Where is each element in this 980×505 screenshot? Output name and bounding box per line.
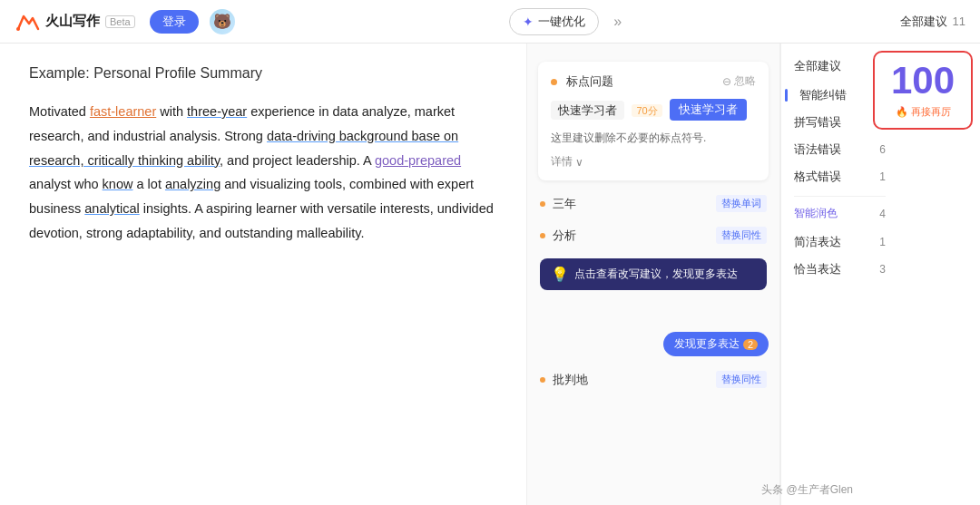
find-more-button[interactable]: 发现更多表达 2 [663,332,769,356]
bulb-icon: 💡 [551,266,569,283]
watermark: 头条 @生产者Glen [761,482,853,498]
row-label-2: 分析 [553,228,709,244]
grammar-count: 6 [879,143,886,156]
login-button[interactable]: 登录 [150,10,199,34]
right-item-grammar[interactable]: 语法错误 6 [781,136,898,163]
concise-label: 简洁表达 [794,234,879,250]
right-item-concise[interactable]: 简洁表达 1 [781,228,898,256]
score-number: 100 [884,60,962,102]
more-options-button[interactable]: » [610,14,625,30]
tooltip-bar: 💡 点击查看改写建议，发现更多表达 [540,258,767,290]
suggested-word[interactable]: 快速学习者 [670,99,747,121]
score-subtitle: 🔥 再接再厉 [884,105,962,119]
svg-point-0 [16,27,20,31]
format-count: 1 [879,170,886,183]
ignore-button[interactable]: ⊖ 忽略 [722,73,756,89]
appropriate-label: 恰当表达 [794,261,879,277]
score-card: 100 🔥 再接再厉 [873,51,973,130]
row-label-4: 批判地 [553,372,709,388]
row-dot-4 [540,377,545,383]
appropriate-count: 3 [879,263,886,276]
star-icon: ✦ [523,15,534,29]
top-nav: 火山写作 Beta 登录 🐻 ✦ 一键优化 » 全部建议 11 [0,0,980,44]
main-layout: Example: Personal Profile Summary Motiva… [0,44,980,505]
suggestion-row-4[interactable]: 批判地 替换同性 [527,364,779,395]
active-indicator [785,89,788,102]
divider [794,196,886,197]
doc-content: Motivated fast-learner with three-year e… [29,100,497,246]
card-header: 标点问题 ⊖ 忽略 [551,73,756,90]
logo-area: 火山写作 Beta [15,11,135,33]
row-label: 三年 [553,196,709,212]
format-label: 格式错误 [794,169,879,185]
suggestion-row-2[interactable]: 分析 替换同性 [527,219,779,251]
row-tag-4[interactable]: 替换同性 [716,371,767,388]
editor-area: Example: Personal Profile Summary Motiva… [0,44,526,505]
highlight-analytical: analytical [84,201,139,216]
beta-badge: Beta [105,15,135,28]
highlight-good-prepared: good-prepared [375,153,461,168]
tooltip-text: 点击查看改写建议，发现更多表达 [574,267,738,282]
nav-right: 全部建议 11 [900,14,965,30]
highlight-analyzing: analyzing [165,177,220,191]
right-item-format[interactable]: 格式错误 1 [781,163,898,190]
fire-icon: 🔥 [896,106,908,118]
row-dot [540,201,545,207]
polish-count: 4 [879,208,886,220]
highlight-three-year: three-year [187,104,247,119]
row-tag-1[interactable]: 替换单词 [716,195,767,212]
suggestion-card-1: 标点问题 ⊖ 忽略 快速学习者 70分 快速学习者 这里建议删除不必要的标点符号… [538,62,769,180]
highlight-know: know [103,177,133,191]
type-dot [551,79,557,85]
card-type: 标点问题 [551,73,613,90]
avatar: 🐻 [210,9,235,34]
suggestion-row-1[interactable]: 三年 替换单词 [527,188,779,219]
row-dot-2 [540,233,545,238]
right-item-appropriate[interactable]: 恰当表达 3 [781,256,898,283]
circle-x-icon: ⊖ [722,75,731,88]
all-suggestions-label: 全部建议 [794,58,841,74]
nav-center: ✦ 一键优化 » [246,8,889,35]
middle-panel: 标点问题 ⊖ 忽略 快速学习者 70分 快速学习者 这里建议删除不必要的标点符号… [526,44,780,505]
optimize-label: 一键优化 [538,14,585,30]
row-tag-2[interactable]: 替换同性 [716,227,767,244]
optimize-button[interactable]: ✦ 一键优化 [509,8,599,35]
concise-count: 1 [879,236,886,248]
card-type-label: 标点问题 [566,74,613,88]
suggestions-label: 全部建议 [900,14,947,30]
card-desc: 这里建议删除不必要的标点符号. [551,130,756,147]
spelling-label: 拼写错误 [794,114,879,131]
chevron-down-icon: ∨ [575,156,583,169]
logo-text: 火山写作 [45,13,100,30]
suggestions-count: 11 [953,15,965,28]
grammar-label: 语法错误 [794,141,879,158]
find-count-badge: 2 [743,339,758,350]
highlight-fast-learner: fast-learner [90,104,156,119]
original-word-block: 快速学习者 70分 [551,102,662,119]
detail-button[interactable]: 详情 ∨ [551,154,756,170]
doc-title: Example: Personal Profile Summary [29,65,497,82]
smart-correction-label: 智能纠错 [794,87,879,103]
original-score: 70分 [632,104,662,117]
word-comparison: 快速学习者 70分 快速学习者 [551,99,756,121]
right-section-polish: 智能润色 4 [781,202,898,228]
logo-icon [15,11,40,33]
polish-section-label: 智能润色 [794,206,838,221]
original-word: 快速学习者 [551,101,624,120]
